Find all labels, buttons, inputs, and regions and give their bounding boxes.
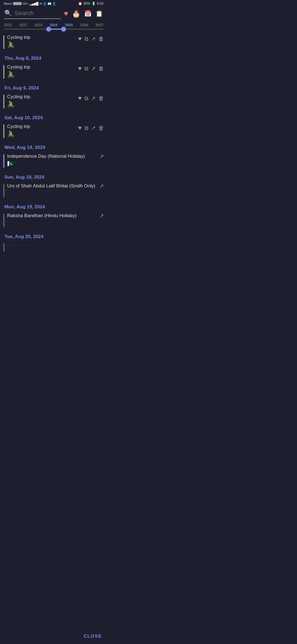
date-header: Thu, Aug 8, 2024	[0, 53, 107, 62]
heart-icon: ♥	[64, 9, 68, 18]
share-button[interactable]: ↗	[91, 36, 96, 42]
list-item: Independence Day (National Holiday) 🇵🇰 ↗	[0, 151, 107, 171]
year-2024[interactable]: 2024	[50, 23, 58, 27]
timeline-thumb-right[interactable]	[61, 27, 66, 32]
event-content: Raksha Bandhan (Hindu Holiday)	[7, 212, 97, 219]
share-button[interactable]: ↗	[91, 65, 96, 72]
copy-icon: ⧉	[84, 95, 88, 102]
date-section-prev: Cycling trip 🚴 ♥ ⧉ ↗ 🗑	[0, 32, 107, 52]
year-2023[interactable]: 2023	[34, 23, 42, 27]
event-title: Cycling trip	[7, 64, 75, 70]
heart-button[interactable]: ♥	[78, 35, 82, 42]
share-icon: ↗	[99, 183, 104, 189]
event-content: Cycling trip 🚴	[7, 34, 75, 48]
event-bar	[3, 35, 4, 49]
event-actions: ♥ ⧉ ↗ 🗑	[78, 94, 104, 102]
search-input[interactable]	[15, 10, 61, 17]
share-button[interactable]: ↗	[99, 212, 104, 219]
copy-button[interactable]: ⧉	[84, 95, 88, 102]
date-section-aug8: Thu, Aug 8, 2024 Cycling trip 🚴 ♥ ⧉ ↗ 🗑	[0, 53, 107, 81]
copy-button[interactable]: ⧉	[84, 125, 88, 131]
trash-icon: 🗑	[98, 36, 104, 42]
heart-button[interactable]: ♥	[78, 95, 82, 102]
list-item: Cycling trip 🚴 ♥ ⧉ ↗ 🗑	[0, 32, 107, 52]
date-section-aug14: Wed, Aug 14, 2024 Independence Day (Nati…	[0, 142, 107, 171]
search-icon: 🔍	[4, 10, 12, 17]
date-header: Fri, Aug 9, 2024	[0, 83, 107, 92]
list-icon: 📋	[95, 10, 103, 17]
event-content: · · · · · · · · · · ·	[7, 242, 104, 248]
year-2025[interactable]: 2025	[65, 23, 73, 27]
heart-icon: ♥	[78, 65, 82, 72]
delete-button[interactable]: 🗑	[98, 36, 104, 42]
birthday-button[interactable]: 🎂	[72, 10, 80, 18]
event-title: Cycling trip	[7, 94, 75, 100]
event-content: Urs of Shah Abdul Latif Bhitai (Sindh On…	[7, 183, 97, 189]
share-button[interactable]: ↗	[99, 183, 104, 189]
event-bar	[3, 95, 4, 108]
delete-button[interactable]: 🗑	[98, 95, 104, 102]
delete-button[interactable]: 🗑	[98, 66, 104, 72]
share-button[interactable]: ↗	[91, 125, 96, 131]
event-bar	[3, 65, 4, 79]
events-list: Cycling trip 🚴 ♥ ⧉ ↗ 🗑 Thu, Aug 8, 202	[0, 30, 107, 277]
calendar-button[interactable]: 📅	[84, 10, 92, 17]
battery-icon: 🔋	[92, 2, 96, 6]
search-toolbar-icons: ♥ 🎂 📅 📋	[64, 9, 103, 19]
trash-icon: 🗑	[98, 66, 104, 72]
year-2021[interactable]: 2021	[4, 23, 12, 27]
delete-button[interactable]: 🗑	[98, 125, 104, 131]
trash-icon: 🗑	[98, 95, 104, 102]
event-content: Cycling trip 🚴	[7, 64, 75, 78]
status-left: Maxis VoLTE 4G+ ▂▄▆█ ✉ 👤 📧 👤	[4, 2, 56, 6]
year-2027[interactable]: 2027	[95, 23, 103, 27]
timeline-thumb-left[interactable]	[46, 27, 51, 32]
share-button[interactable]: ↗	[91, 95, 96, 102]
date-section-aug19: Mon, Aug 19, 2024 Raksha Bandhan (Hindu …	[0, 201, 107, 230]
copy-button[interactable]: ⧉	[84, 66, 88, 72]
event-bar	[3, 154, 4, 168]
heart-button[interactable]: ♥	[78, 124, 82, 132]
date-section-aug18: Sun, Aug 18, 2024 Urs of Shah Abdul Lati…	[0, 172, 107, 200]
date-section-aug10: Sat, Aug 10, 2024 Cycling trip 🚴 ♥ ⧉ ↗ 🗑	[0, 112, 107, 141]
timeline-track[interactable]	[4, 29, 103, 30]
year-2022[interactable]: 2022	[19, 23, 27, 27]
list-item: Raksha Bandhan (Hindu Holiday) ↗	[0, 211, 107, 230]
event-emoji: 🚴	[7, 41, 75, 48]
event-content: Cycling trip 🚴	[7, 94, 75, 108]
notification-icons: ✉ 👤 📧 👤	[40, 2, 56, 6]
favorites-button[interactable]: ♥	[64, 9, 68, 18]
status-bar: Maxis VoLTE 4G+ ▂▄▆█ ✉ 👤 📧 👤 ⏰ 55% 🔋 6:5…	[0, 0, 107, 7]
search-input-area[interactable]: 🔍	[4, 10, 61, 19]
date-header: Sat, Aug 10, 2024	[0, 112, 107, 122]
heart-icon: ♥	[78, 124, 82, 132]
event-title: Cycling trip	[7, 35, 75, 40]
cake-icon: 🎂	[72, 10, 80, 18]
alarm-icon: ⏰	[78, 2, 82, 6]
year-timeline[interactable]: 2021 2022 2023 2024 2025 2026 2027	[0, 19, 107, 30]
event-emoji: 🚴	[7, 101, 75, 108]
list-button[interactable]: 📋	[95, 10, 103, 17]
search-bar: 🔍 ♥ 🎂 📅 📋	[0, 7, 107, 19]
event-actions: ♥ ⧉ ↗ 🗑	[78, 123, 104, 132]
heart-icon: ♥	[78, 35, 82, 42]
carrier-name: Maxis	[4, 2, 12, 5]
share-icon: ↗	[91, 125, 96, 131]
year-2026[interactable]: 2026	[80, 23, 88, 27]
event-emoji: 🚴	[7, 130, 75, 138]
list-item: Cycling trip 🚴 ♥ ⧉ ↗ 🗑	[0, 122, 107, 141]
event-title: · · · · · · · · · · ·	[7, 243, 104, 248]
share-icon: ↗	[99, 153, 104, 160]
share-button[interactable]: ↗	[99, 153, 104, 160]
copy-icon: ⧉	[84, 66, 88, 72]
date-header: Mon, Aug 19, 2024	[0, 201, 107, 211]
copy-button[interactable]: ⧉	[84, 36, 88, 42]
event-content: Independence Day (National Holiday) 🇵🇰	[7, 153, 97, 167]
event-title: Raksha Bandhan (Hindu Holiday)	[7, 213, 97, 219]
event-bar	[3, 214, 4, 227]
event-title: Cycling trip	[7, 124, 75, 129]
clock: 6:53	[97, 2, 103, 6]
year-labels: 2021 2022 2023 2024 2025 2026 2027	[3, 23, 105, 27]
list-item: Cycling trip 🚴 ♥ ⧉ ↗ 🗑	[0, 92, 107, 111]
heart-button[interactable]: ♥	[78, 65, 82, 72]
